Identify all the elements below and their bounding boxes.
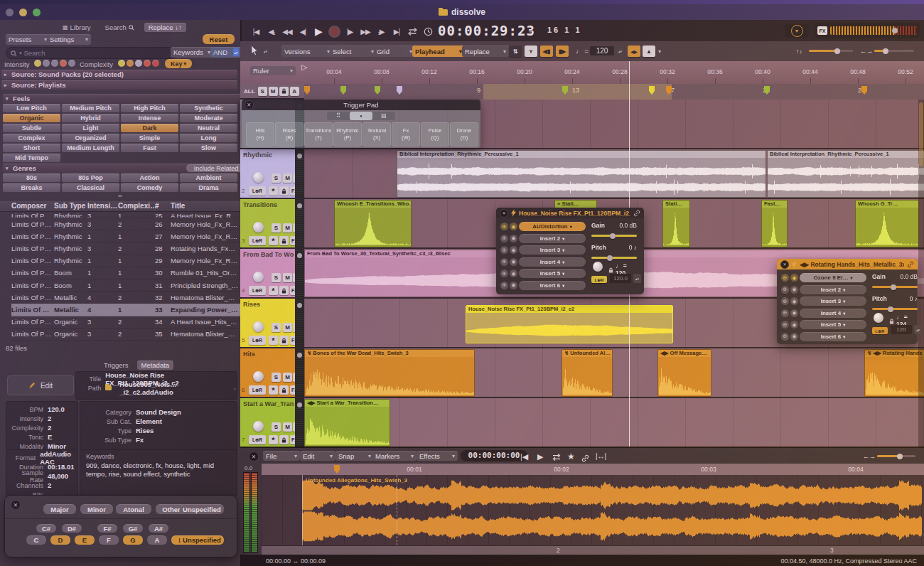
settings-dropdown[interactable]: Settings▾ bbox=[47, 34, 91, 45]
metronome-caret[interactable]: ▾ bbox=[658, 48, 661, 55]
close-icon[interactable]: ✕ bbox=[11, 500, 21, 510]
track-solo-button[interactable]: S bbox=[272, 373, 281, 382]
pointer-tool-icon[interactable] bbox=[250, 46, 259, 59]
editor-menu-edit[interactable]: Edit▾ bbox=[300, 451, 335, 461]
gain-slider[interactable] bbox=[872, 286, 918, 288]
keys-view-icon[interactable]: ▤ bbox=[372, 112, 395, 120]
track-freeze-icon[interactable]: * bbox=[269, 286, 278, 295]
feel-dark[interactable]: Dark bbox=[121, 124, 178, 132]
timeline-marker[interactable] bbox=[397, 86, 402, 95]
feel-fast[interactable]: Fast bbox=[121, 144, 178, 152]
plugin-knob[interactable] bbox=[593, 262, 603, 272]
track-lock-icon[interactable] bbox=[279, 186, 289, 196]
play-start-marker[interactable]: ▷ bbox=[301, 63, 307, 72]
track-lock-icon[interactable] bbox=[279, 385, 289, 395]
insert-slot-6[interactable]: Insert 6▾ bbox=[800, 332, 866, 341]
table-row[interactable]: Limits Of Per…Metallic4232Hematoma Blist… bbox=[11, 292, 240, 304]
tab-replace[interactable]: Replace ↓↑ bbox=[144, 23, 186, 32]
key-note-f[interactable]: F# bbox=[97, 524, 117, 533]
key-unspecified-button[interactable]: Unspecified bbox=[180, 535, 224, 545]
genre-breaks[interactable]: Breaks bbox=[3, 183, 60, 192]
trigger-pad-rises[interactable]: Rises(R) bbox=[275, 122, 303, 146]
all-auto-button[interactable]: A bbox=[290, 87, 299, 96]
track-volume-knob[interactable] bbox=[253, 272, 264, 282]
column-header-title[interactable]: Title bbox=[171, 202, 240, 210]
track-lr-button[interactable]: L⊕R bbox=[249, 385, 266, 395]
intensity-dot-5[interactable] bbox=[68, 60, 75, 67]
key-note-g[interactable]: G# bbox=[123, 524, 143, 533]
track-lock-icon[interactable] bbox=[279, 286, 289, 295]
tab-search[interactable]: Search bbox=[101, 23, 139, 32]
vertical-zoom-slider[interactable] bbox=[809, 50, 853, 52]
track-lane-start-a-war-transi[interactable]: ◀▶ Start a War_Transition… bbox=[304, 398, 924, 447]
insert-slot-5[interactable]: Insert 5▾ bbox=[800, 320, 866, 329]
insert-power-icon[interactable]: ◉ bbox=[790, 309, 798, 317]
feel-neutral[interactable]: Neutral bbox=[180, 124, 237, 132]
editor-menu-markers[interactable]: Markers▾ bbox=[372, 451, 417, 461]
markers-lane[interactable]: 913172125 bbox=[304, 84, 924, 101]
track-lock-icon[interactable] bbox=[279, 236, 289, 245]
plugin-tempo-stepper[interactable]: ▴▾ bbox=[633, 274, 641, 283]
feel-mid-tempo[interactable]: Mid Tempo bbox=[3, 154, 60, 162]
feel-organic[interactable]: Organic bbox=[3, 114, 60, 122]
feel-short[interactable]: Short bbox=[3, 144, 60, 152]
search-input[interactable]: ▾ Search bbox=[6, 47, 178, 59]
table-row[interactable]: Limits Of Per…Rhythmic1129Memory Hole_Fx… bbox=[11, 255, 240, 267]
insert-route-icon[interactable]: ⊕ bbox=[781, 309, 789, 317]
clip-house-noise-rise-fx-pt1-120bpm-i2-c2[interactable]: House_Noise Rise FX_Pt1_120BPM_i2_c2 bbox=[466, 305, 673, 343]
table-row[interactable]: Limits Of Per…Rhythmic3228Rotating Hands… bbox=[11, 242, 240, 255]
editor-ruler[interactable]: 00:0100:0200:0300:04 bbox=[262, 464, 924, 476]
genre-80s-pop[interactable]: 80s Pop bbox=[62, 173, 119, 182]
key-note-c[interactable]: C bbox=[26, 535, 46, 545]
trigger-pad-textural[interactable]: Textural(X) bbox=[362, 122, 391, 146]
genre-80s[interactable]: 80s bbox=[3, 173, 60, 182]
boolean-select[interactable]: AND▴▾ bbox=[210, 47, 242, 58]
track-volume-knob[interactable] bbox=[253, 371, 264, 382]
feel-moderate[interactable]: Moderate bbox=[180, 114, 237, 122]
ruler-dropdown[interactable]: Ruler▾ bbox=[250, 65, 296, 75]
track-mute-button[interactable]: M bbox=[283, 173, 292, 183]
timeline-marker[interactable] bbox=[340, 86, 346, 95]
intensity-dot-4[interactable] bbox=[60, 60, 67, 67]
track-volume-knob[interactable] bbox=[253, 222, 264, 233]
track-lr-button[interactable]: L⊕R bbox=[249, 286, 266, 295]
trigger-pad-transitions[interactable]: Transitions(T) bbox=[304, 122, 333, 146]
horizontal-zoom-slider[interactable] bbox=[874, 50, 914, 52]
pad-view-icon[interactable]: ● bbox=[350, 112, 372, 120]
timeline-marker[interactable] bbox=[375, 86, 380, 95]
fit-selection-icon[interactable]: |↔| bbox=[596, 452, 606, 460]
insert-route-icon[interactable]: ⊕ bbox=[500, 223, 508, 230]
link-icon[interactable] bbox=[907, 258, 914, 271]
feel-intense[interactable]: Intense bbox=[121, 114, 178, 122]
track-solo-button[interactable]: S bbox=[272, 173, 281, 183]
key-note-d[interactable]: D bbox=[50, 535, 70, 545]
file-path-value[interactable]: House909_Nois…_i2_c2.addAudio bbox=[119, 380, 228, 396]
trigger-pad-pulse[interactable]: Pulse(Q) bbox=[421, 122, 449, 146]
insert-power-icon[interactable]: ◉ bbox=[790, 297, 798, 305]
close-icon[interactable]: ✕ bbox=[500, 209, 508, 218]
plugin-tempo-field[interactable]: 120 bbox=[891, 325, 912, 334]
tool-stepper[interactable]: ▴▾ bbox=[262, 46, 269, 55]
insert-slot-4[interactable]: Insert 4▾ bbox=[519, 257, 586, 267]
feel-complex[interactable]: Complex bbox=[3, 134, 60, 142]
editor-go-to-start-icon[interactable]: |◀ bbox=[520, 452, 528, 461]
close-icon[interactable]: ✕ bbox=[780, 260, 789, 269]
fade-out-icon[interactable]: ▮▶ bbox=[556, 46, 569, 57]
edit-metadata-button[interactable]: Edit bbox=[7, 375, 74, 395]
key-filter-button[interactable]: Key▾ bbox=[165, 59, 192, 68]
table-row[interactable]: Limits Of Per…Rhythmic3226Memory Hole_Fx… bbox=[11, 218, 240, 230]
track-mute-button[interactable]: M bbox=[283, 373, 292, 382]
clip-biblical-interpretation-rhythmic-percussive-1[interactable]: Biblical Interpretation_Rhythmic_Percuss… bbox=[397, 150, 766, 198]
key-note-e[interactable]: E bbox=[75, 535, 95, 545]
key-mode-minor[interactable]: Minor bbox=[80, 504, 113, 514]
insert-route-icon[interactable]: ⊕ bbox=[500, 258, 508, 266]
key-mode-unspecified[interactable]: Unspecified bbox=[180, 504, 224, 514]
clip-bones-of-the-war-dead-hits-swish-3[interactable]: ↯ Bones of the War Dead_Hits_Swish_3 bbox=[304, 349, 475, 397]
insert-power-icon[interactable]: ◉ bbox=[510, 282, 517, 289]
track-volume-knob[interactable] bbox=[253, 421, 264, 432]
track-header-hits[interactable]: HitsSMA6L⊕R*FX bbox=[240, 348, 304, 397]
key-note-a[interactable]: A# bbox=[149, 524, 168, 533]
insert-slot-5[interactable]: Insert 5▾ bbox=[519, 269, 586, 278]
table-row[interactable]: Limits Of Per…Rhythmic1127Memory Hole_Fx… bbox=[11, 230, 240, 242]
source-sound-packs-20-selected[interactable]: ▸Source: Sound Packs (20 selected) bbox=[1, 70, 237, 79]
